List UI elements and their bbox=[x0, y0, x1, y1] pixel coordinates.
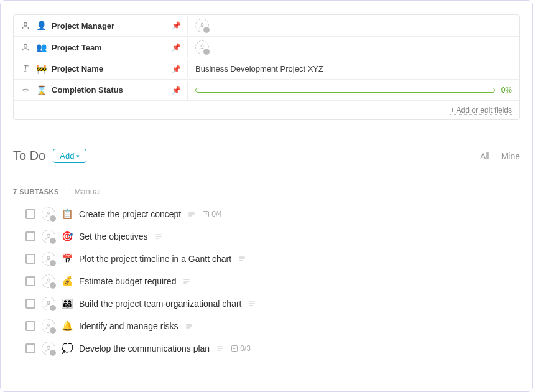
pin-icon[interactable]: 📌 bbox=[172, 86, 181, 95]
field-label: Completion Status bbox=[52, 85, 181, 95]
subtasks-count: 7 SUBTASKS bbox=[13, 188, 59, 195]
section-title-todo: To Do bbox=[13, 149, 45, 163]
description-icon bbox=[187, 210, 196, 218]
assignee-placeholder-icon[interactable] bbox=[42, 207, 55, 221]
pin-icon[interactable]: 📌 bbox=[172, 21, 181, 30]
field-row-project-team[interactable]: 👥 Project Team 📌 bbox=[14, 37, 519, 58]
svg-point-5 bbox=[203, 49, 210, 55]
description-icon bbox=[154, 232, 163, 241]
add-button-label: Add bbox=[60, 151, 74, 161]
svg-point-34 bbox=[50, 327, 56, 334]
description-icon bbox=[185, 322, 193, 330]
svg-point-28 bbox=[47, 301, 50, 304]
svg-point-23 bbox=[47, 279, 50, 281]
field-value[interactable] bbox=[188, 15, 519, 36]
svg-rect-12 bbox=[203, 212, 209, 217]
pin-icon[interactable]: 📌 bbox=[172, 65, 181, 73]
field-emoji: 👥 bbox=[36, 42, 47, 52]
task-checkbox[interactable] bbox=[25, 231, 35, 241]
pin-icon[interactable]: 📌 bbox=[172, 43, 181, 52]
field-row-project-name[interactable]: T 🚧 Project Name 📌 Business Development … bbox=[14, 58, 519, 80]
task-title[interactable]: Set the objectives bbox=[79, 231, 148, 241]
svg-point-13 bbox=[47, 234, 50, 236]
field-emoji: ⌛ bbox=[36, 85, 47, 95]
assignee-placeholder-icon[interactable] bbox=[42, 252, 55, 266]
field-value[interactable]: Business Development Project XYZ bbox=[188, 60, 519, 77]
task-row[interactable]: 🎯Set the objectives bbox=[25, 230, 520, 243]
sort-dropdown[interactable]: ↑ Manual bbox=[68, 187, 101, 196]
progress-bar bbox=[195, 88, 495, 93]
field-row-completion-status[interactable]: ⌛ Completion Status 📌 0% bbox=[14, 80, 519, 101]
sort-label: Manual bbox=[74, 187, 101, 196]
svg-point-1 bbox=[201, 23, 203, 26]
field-row-project-manager[interactable]: 👤 Project Manager 📌 bbox=[14, 15, 519, 37]
task-emoji: 🔔 bbox=[62, 320, 73, 332]
task-checkbox[interactable] bbox=[25, 343, 35, 353]
field-label: Project Name bbox=[52, 64, 181, 73]
field-emoji: 🚧 bbox=[36, 64, 47, 74]
progress-type-icon bbox=[20, 85, 31, 96]
task-title[interactable]: Build the project team organizational ch… bbox=[79, 299, 241, 309]
assignee-placeholder-icon[interactable] bbox=[195, 19, 209, 32]
checklist-badge[interactable]: 0/3 bbox=[231, 344, 251, 353]
assignee-placeholder-icon[interactable] bbox=[42, 319, 55, 333]
task-emoji: 📅 bbox=[62, 253, 73, 264]
task-checkbox[interactable] bbox=[25, 321, 35, 331]
task-checkbox[interactable] bbox=[25, 299, 35, 309]
svg-rect-43 bbox=[232, 346, 238, 352]
filter-mine[interactable]: Mine bbox=[501, 151, 520, 161]
svg-point-39 bbox=[50, 350, 56, 356]
svg-point-4 bbox=[201, 45, 203, 47]
project-name-value: Business Development Project XYZ bbox=[195, 64, 323, 73]
task-emoji: 💭 bbox=[62, 343, 73, 354]
task-row[interactable]: 💰Estimate budget required bbox=[25, 274, 520, 288]
task-row[interactable]: 💭Develop the communications plan0/3 bbox=[25, 342, 520, 355]
svg-point-29 bbox=[50, 305, 56, 311]
checklist-badge[interactable]: 0/4 bbox=[202, 210, 222, 218]
task-row[interactable]: 🔔Identify and manage risks bbox=[25, 319, 520, 333]
assignee-placeholder-icon[interactable] bbox=[42, 342, 55, 355]
assignee-placeholder-icon[interactable] bbox=[42, 297, 55, 310]
filter-all[interactable]: All bbox=[480, 151, 490, 161]
assignee-placeholder-icon[interactable] bbox=[42, 230, 55, 243]
svg-point-33 bbox=[47, 324, 50, 326]
svg-point-8 bbox=[50, 215, 56, 222]
person-icon bbox=[20, 20, 31, 31]
text-type-icon: T bbox=[20, 63, 31, 75]
assignee-placeholder-icon[interactable] bbox=[42, 274, 55, 288]
task-title[interactable]: Estimate budget required bbox=[79, 276, 176, 286]
task-title[interactable]: Develop the communications plan bbox=[79, 343, 210, 353]
task-checkbox[interactable] bbox=[25, 209, 35, 219]
task-list: 📋Create the project concept0/4🎯Set the o… bbox=[13, 207, 520, 355]
field-emoji: 👤 bbox=[36, 21, 47, 30]
sort-arrow-icon: ↑ bbox=[68, 186, 72, 195]
field-label: Project Manager bbox=[52, 21, 181, 30]
svg-point-7 bbox=[47, 212, 50, 214]
task-checkbox[interactable] bbox=[25, 276, 35, 286]
task-row[interactable]: 📋Create the project concept0/4 bbox=[25, 207, 520, 221]
task-checkbox[interactable] bbox=[25, 254, 35, 264]
svg-point-18 bbox=[47, 256, 50, 259]
add-or-edit-fields-link[interactable]: + Add or edit fields bbox=[450, 106, 512, 115]
description-icon bbox=[248, 299, 256, 308]
person-icon bbox=[20, 42, 31, 53]
svg-point-0 bbox=[24, 22, 27, 26]
task-emoji: 💰 bbox=[62, 276, 73, 287]
add-task-button[interactable]: Add ▾ bbox=[53, 149, 86, 163]
task-row[interactable]: 📅Plot the project timeline in a Gantt ch… bbox=[25, 252, 520, 266]
assignee-placeholder-icon[interactable] bbox=[195, 40, 209, 54]
task-emoji: 🎯 bbox=[62, 231, 73, 242]
field-value[interactable] bbox=[188, 37, 519, 58]
description-icon bbox=[238, 254, 246, 263]
svg-point-14 bbox=[50, 238, 56, 244]
task-title[interactable]: Identify and manage risks bbox=[79, 321, 178, 331]
custom-fields-panel: 👤 Project Manager 📌 👥 Project Team 📌 bbox=[13, 14, 520, 120]
field-value[interactable]: 0% bbox=[188, 82, 519, 98]
svg-point-38 bbox=[47, 346, 50, 348]
task-title[interactable]: Plot the project timeline in a Gantt cha… bbox=[79, 254, 231, 264]
svg-point-24 bbox=[50, 282, 56, 289]
task-emoji: 📋 bbox=[62, 208, 73, 220]
chevron-down-icon: ▾ bbox=[76, 153, 80, 159]
task-row[interactable]: 👨‍👩‍👧Build the project team organization… bbox=[25, 297, 520, 310]
task-title[interactable]: Create the project concept bbox=[79, 209, 181, 219]
